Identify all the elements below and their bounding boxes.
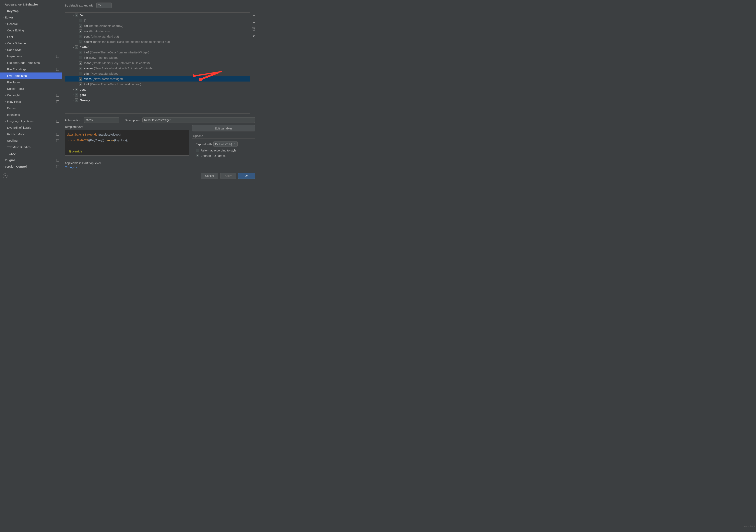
template-checkbox[interactable]: ✓ — [79, 77, 82, 81]
sidebar-item-code-style[interactable]: ›Code Style — [0, 47, 62, 53]
tree-row-flutter[interactable]: ⌄✓Flutter — [65, 44, 250, 50]
template-checkbox[interactable]: ✓ — [79, 30, 82, 33]
tree-row-getx[interactable]: ›✓getX — [65, 92, 250, 97]
sidebar-item-plugins[interactable]: Plugins — [0, 157, 62, 163]
template-desc: (Create ThemeData from an InheritedWidge… — [90, 51, 149, 54]
sidebar-item-copyright[interactable]: ›Copyright — [0, 92, 62, 98]
add-icon[interactable]: + — [253, 13, 255, 18]
dialog-footer: ? Cancel Apply OK — [0, 170, 258, 181]
sidebar-item-file-encodings[interactable]: File Encodings — [0, 66, 62, 72]
chevron-down-icon[interactable]: ⌄ — [72, 46, 75, 48]
template-checkbox[interactable]: ✓ — [75, 45, 78, 49]
expand-with-select[interactable]: Tab ▼ — [96, 3, 112, 8]
help-icon[interactable]: ? — [3, 173, 8, 178]
template-checkbox[interactable]: ✓ — [79, 19, 82, 22]
sidebar-item-inlay-hints[interactable]: ›Inlay Hints — [0, 98, 62, 105]
sidebar-item-file-types[interactable]: File Types — [0, 79, 62, 86]
template-checkbox[interactable]: ✓ — [79, 35, 82, 38]
tree-row-inh[interactable]: ✓inh(New Inherited widget) — [65, 55, 250, 60]
sidebar-item-spelling[interactable]: Spelling — [0, 137, 62, 144]
template-checkbox[interactable]: ✓ — [79, 51, 82, 54]
sidebar-item-reader-mode[interactable]: Reader Mode — [0, 131, 62, 137]
expand-with-opt-label: Expand with — [196, 142, 212, 146]
template-name: getX — [80, 93, 86, 96]
change-link[interactable]: Change ▾ — [65, 165, 77, 169]
tree-row-soutm[interactable]: ✓soutm(prints the current class and meth… — [65, 39, 250, 44]
sidebar-item-appearance-behavior[interactable]: ›Appearance & Behavior — [0, 1, 62, 8]
description-input[interactable] — [142, 117, 255, 123]
apply-button[interactable]: Apply — [220, 173, 236, 179]
chevron-right-icon: › — [4, 101, 7, 103]
tree-row-sout[interactable]: ✓sout(print to standard out) — [65, 34, 250, 39]
expand-with-opt-select[interactable]: Default (Tab) ▼ — [213, 141, 238, 147]
tree-row-dart[interactable]: ⌄✓Dart — [65, 13, 250, 18]
revert-icon[interactable]: ↶ — [253, 34, 256, 38]
template-name: stanim — [84, 66, 93, 70]
sidebar-item-keymap[interactable]: Keymap — [0, 8, 62, 14]
sidebar-item-language-injections[interactable]: ›Language Injections — [0, 118, 62, 124]
sidebar-item-code-editing[interactable]: Code Editing — [0, 27, 62, 34]
tree-row-mdof[interactable]: ✓mdof(Create MediaQueryData from build c… — [65, 60, 250, 65]
template-text-editor[interactable]: class $NAME$ extends StatelessWidget { c… — [65, 130, 189, 156]
sidebar-item-general[interactable]: ›General — [0, 21, 62, 27]
sidebar-item-label: TextMate Bundles — [7, 145, 62, 149]
template-checkbox[interactable]: ✓ — [79, 72, 82, 75]
tree-row-iter[interactable]: ✓iter(Iterate (for..in)) — [65, 29, 250, 34]
sidebar-item-inspections[interactable]: Inspections — [0, 53, 62, 60]
sidebar-item-editor[interactable]: ⌄Editor — [0, 14, 62, 21]
template-checkbox[interactable]: ✓ — [79, 83, 82, 86]
tree-row-if[interactable]: ✓if — [65, 18, 250, 23]
chevron-down-icon[interactable]: ⌄ — [72, 14, 75, 16]
chevron-right-icon: › — [2, 3, 5, 6]
sidebar-item-font[interactable]: Font — [0, 34, 62, 40]
edit-variables-button[interactable]: Edit variables — [192, 125, 255, 131]
chevron-right-icon[interactable]: › — [72, 99, 75, 101]
tree-row-stful[interactable]: ✓stful(New Stateful widget) — [65, 71, 250, 76]
remove-icon[interactable]: − — [253, 20, 255, 25]
template-checkbox[interactable]: ✓ — [79, 40, 82, 43]
sidebar-item-version-control[interactable]: ›Version Control — [0, 163, 62, 170]
template-checkbox[interactable]: ✓ — [75, 13, 78, 17]
chevron-right-icon: › — [4, 42, 7, 44]
applicable-row: Applicable in Dart: top-level. Change ▾ — [62, 159, 258, 170]
tree-row-ihof[interactable]: ✓ihof(Create ThemeData from an Inherited… — [65, 50, 250, 55]
applicable-text: Applicable in Dart: top-level. — [65, 161, 101, 165]
sidebar-item-color-scheme[interactable]: ›Color Scheme — [0, 40, 62, 47]
sidebar-item-live-edit-of-literals[interactable]: Live Edit of literals — [0, 124, 62, 131]
chevron-right-icon[interactable]: › — [72, 94, 75, 96]
template-checkbox[interactable]: ✓ — [75, 88, 78, 91]
chevron-right-icon[interactable]: › — [72, 89, 75, 90]
tree-row-stless[interactable]: ✓stless(New Stateless widget) — [65, 76, 250, 82]
cancel-button[interactable]: Cancel — [201, 173, 218, 179]
sidebar-item-file-and-code-templates[interactable]: File and Code Templates — [0, 60, 62, 66]
template-checkbox[interactable]: ✓ — [79, 24, 82, 28]
sidebar-item-intentions[interactable]: Intentions — [0, 112, 62, 118]
sidebar-item-label: Live Edit of literals — [7, 126, 62, 129]
template-checkbox[interactable]: ✓ — [79, 56, 82, 59]
shorten-checkbox[interactable]: ✓ — [196, 154, 199, 157]
sidebar-item-textmate-bundles[interactable]: TextMate Bundles — [0, 144, 62, 150]
template-checkbox[interactable]: ✓ — [75, 93, 78, 96]
tree-row-stanim[interactable]: ✓stanim(New Stateful widget with Animati… — [65, 65, 250, 71]
tree-row-thof[interactable]: ✓thof(Create ThemeData from build contex… — [65, 82, 250, 87]
sidebar-item-label: File Encodings — [7, 67, 62, 71]
sidebar-item-emmet[interactable]: Emmet — [0, 105, 62, 112]
tree-row-getx[interactable]: ›✓getx — [65, 87, 250, 92]
template-checkbox[interactable]: ✓ — [79, 61, 82, 64]
templates-tree[interactable]: ⌄✓Dart✓if✓itar(Iterate elements of array… — [65, 13, 250, 114]
sidebar-item-live-templates[interactable]: Live Templates — [0, 72, 62, 79]
ok-button[interactable]: OK — [238, 173, 255, 179]
sidebar-item-todo[interactable]: TODO — [0, 150, 62, 157]
template-checkbox[interactable]: ✓ — [75, 98, 78, 102]
template-desc: (New Inherited widget) — [89, 56, 119, 59]
reformat-checkbox[interactable] — [196, 149, 199, 152]
abbreviation-input[interactable] — [84, 117, 120, 123]
sidebar-item-design-tools[interactable]: Design Tools — [0, 86, 62, 92]
tree-row-itar[interactable]: ✓itar(Iterate elements of array) — [65, 23, 250, 29]
project-scope-icon — [56, 100, 59, 103]
template-desc: (New Stateful widget) — [91, 72, 119, 75]
copy-icon[interactable]: ⿻ — [252, 27, 256, 32]
tree-row-groovy[interactable]: ›✓Groovy — [65, 97, 250, 103]
template-checkbox[interactable]: ✓ — [79, 66, 82, 70]
template-name: thof — [84, 83, 89, 86]
